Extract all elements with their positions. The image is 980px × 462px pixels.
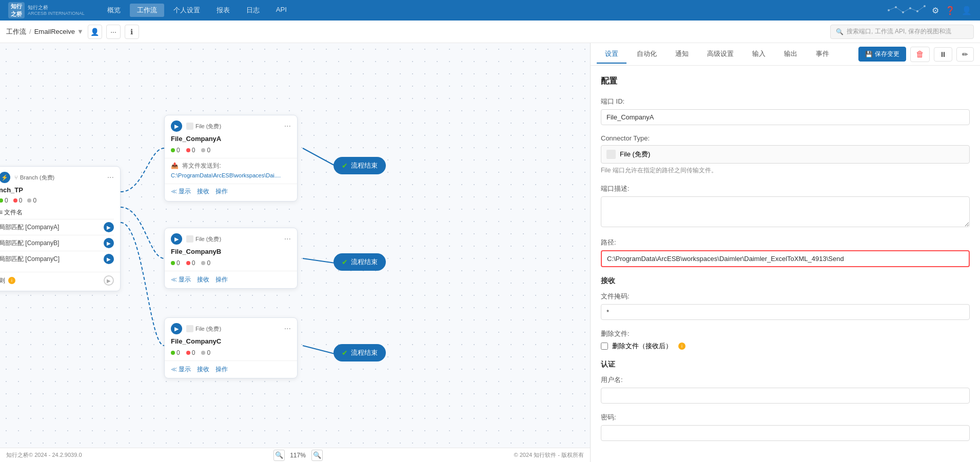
node-c-link-receive[interactable]: 接收: [197, 365, 209, 374]
tab-advanced[interactable]: 高级设置: [699, 45, 742, 64]
branch-row-2[interactable]: 局部匹配 [CompanyC] ▶: [0, 251, 114, 267]
node-b-menu[interactable]: ···: [284, 234, 291, 244]
nav-item-workflow[interactable]: 工作流: [130, 4, 164, 17]
workflow-name-text: EmailReceive: [34, 28, 75, 35]
delete-files-info-icon[interactable]: i: [678, 343, 685, 350]
end-node-b[interactable]: ✔ 流程结束: [334, 253, 386, 271]
connector-file-icon: [606, 150, 616, 159]
nav-item-api[interactable]: API: [269, 4, 294, 17]
node-c-trigger: ▶: [171, 323, 182, 334]
node-a-red-val: 0: [192, 147, 195, 154]
branch-menu[interactable]: ···: [107, 173, 114, 182]
file-mask-input[interactable]: [601, 304, 970, 320]
node-c-link-show[interactable]: ≪ 显示: [171, 365, 191, 374]
pause-btn[interactable]: ⏸: [934, 47, 952, 62]
edit-btn[interactable]: ✏: [956, 47, 974, 62]
help-icon[interactable]: ❓: [945, 6, 955, 15]
node-c-type-label: File (免费): [195, 325, 221, 333]
node-b-link-action[interactable]: 操作: [215, 275, 228, 284]
node-b-link-receive[interactable]: 接收: [197, 275, 209, 284]
app-title: 知行之桥: [28, 4, 85, 11]
otherwise-info-icon[interactable]: i: [8, 277, 15, 284]
node-c-link-action[interactable]: 操作: [215, 365, 228, 374]
delete-files-row: 删除文件（接收后） i: [601, 342, 970, 351]
dropdown-icon[interactable]: ▼: [77, 28, 84, 35]
receive-section-title: 接收: [601, 276, 970, 286]
branch-row-1-arrow[interactable]: ▶: [104, 238, 114, 248]
search-bar[interactable]: 🔍 搜索端口, 工作流 API, 保存的视图和流: [830, 25, 974, 39]
branch-node[interactable]: ⚡ ⑂ Branch (免费) ··· nch_TP 0 0: [0, 166, 121, 291]
branch-row-0[interactable]: 局部匹配 [CompanyA] ▶: [0, 219, 114, 235]
stat-red-val: 0: [19, 197, 23, 204]
tab-output[interactable]: 输出: [776, 45, 806, 64]
password-input[interactable]: [601, 425, 970, 441]
end-label-b: 流程结束: [351, 257, 378, 267]
port-id-input[interactable]: [601, 109, 970, 125]
delete-btn[interactable]: 🗑: [910, 47, 930, 62]
node-b-type-icon: [186, 235, 193, 243]
node-c-stats: 0 0 0: [165, 349, 297, 360]
connector-display[interactable]: File (免费): [601, 145, 970, 164]
otherwise-arrow[interactable]: ▶: [104, 275, 114, 286]
settings-icon[interactable]: ⚙: [932, 6, 939, 15]
branch-row-1[interactable]: 局部匹配 [CompanyB] ▶: [0, 235, 114, 251]
node-b-link-show[interactable]: ≪ 显示: [171, 275, 191, 284]
more-btn[interactable]: ···: [106, 25, 121, 39]
workflow-name-container: EmailReceive ▼: [34, 28, 84, 35]
nav-item-settings[interactable]: 个人设置: [166, 4, 207, 17]
node-c-menu[interactable]: ···: [284, 324, 291, 333]
panel-close-btn[interactable]: ✕: [590, 45, 591, 64]
end-check-c: ✔: [342, 349, 348, 357]
stat-dot-gray: [27, 198, 31, 203]
end-check-a: ✔: [342, 162, 348, 170]
save-label: 保存变更: [875, 50, 899, 58]
node-a-type-icon: [186, 123, 193, 130]
path-input[interactable]: [601, 250, 970, 267]
node-a-link-action[interactable]: 操作: [215, 187, 228, 196]
zoom-controls: 🔍 117% 🔍: [273, 450, 323, 461]
zoom-in-btn[interactable]: 🔍: [311, 450, 323, 461]
user-icon[interactable]: 👤: [962, 6, 972, 15]
zoom-out-btn[interactable]: 🔍: [273, 450, 285, 461]
port-desc-textarea[interactable]: [601, 196, 970, 227]
user-btn[interactable]: 👤: [88, 25, 102, 39]
tab-input[interactable]: 输入: [744, 45, 774, 64]
username-input[interactable]: [601, 388, 970, 404]
node-a-trigger: ▶: [171, 120, 182, 132]
node-a-title: File_CompanyA: [165, 135, 297, 147]
node-a-dot-red: [186, 148, 190, 152]
tab-events[interactable]: 事件: [808, 45, 837, 64]
info-btn[interactable]: ℹ: [125, 25, 139, 39]
app-logo: 知行之桥 知行之桥 ARCESB INTERNATIONAL: [8, 2, 85, 18]
node-a-stat-green: 0: [171, 147, 180, 154]
delete-files-checkbox[interactable]: [601, 343, 608, 350]
delete-files-checkbox-label: 删除文件（接收后）: [612, 342, 672, 351]
end-node-a[interactable]: ✔ 流程结束: [334, 157, 386, 174]
breadcrumb-root[interactable]: 工作流: [6, 27, 26, 36]
node-b-title: File_CompanyB: [165, 248, 297, 259]
end-node-c[interactable]: ✔ 流程结束: [334, 344, 386, 361]
save-changes-btn[interactable]: 💾 保存变更: [858, 47, 906, 62]
nav-item-logs[interactable]: 日志: [239, 4, 267, 17]
branch-row-0-arrow[interactable]: ▶: [104, 222, 114, 232]
node-a-link-receive[interactable]: 接收: [197, 187, 209, 196]
node-c-dot-gray: [201, 351, 205, 355]
workflow-canvas[interactable]: ⚡ ⑂ Branch (免费) ··· nch_TP 0 0: [0, 43, 590, 462]
node-a-link-show[interactable]: ≪ 显示: [171, 187, 191, 196]
node-file-company-c[interactable]: ▶ File (免费) ··· File_CompanyC 0 0: [164, 317, 298, 378]
nav-item-overview[interactable]: 概览: [100, 4, 128, 17]
connector-type-value: File (免费): [620, 150, 650, 159]
tab-automation[interactable]: 自动化: [629, 45, 665, 64]
node-a-action-path: C:\ProgramData\ArcESB\workspaces\Dai....: [171, 172, 291, 178]
node-c-stat-green: 0: [171, 349, 180, 356]
node-a-dot-gray: [201, 148, 205, 152]
node-file-company-b[interactable]: ▶ File (免费) ··· File_CompanyB 0 0: [164, 228, 298, 289]
node-a-menu[interactable]: ···: [284, 122, 291, 131]
tab-settings[interactable]: 设置: [597, 45, 626, 64]
node-c-type: File (免费): [186, 325, 221, 333]
node-b-gray-val: 0: [207, 259, 210, 267]
node-file-company-a[interactable]: ▶ File (免费) ··· File_CompanyA 0 0: [164, 115, 298, 202]
nav-item-reports[interactable]: 报表: [209, 4, 237, 17]
branch-row-2-arrow[interactable]: ▶: [104, 254, 114, 264]
tab-notifications[interactable]: 通知: [667, 45, 697, 64]
